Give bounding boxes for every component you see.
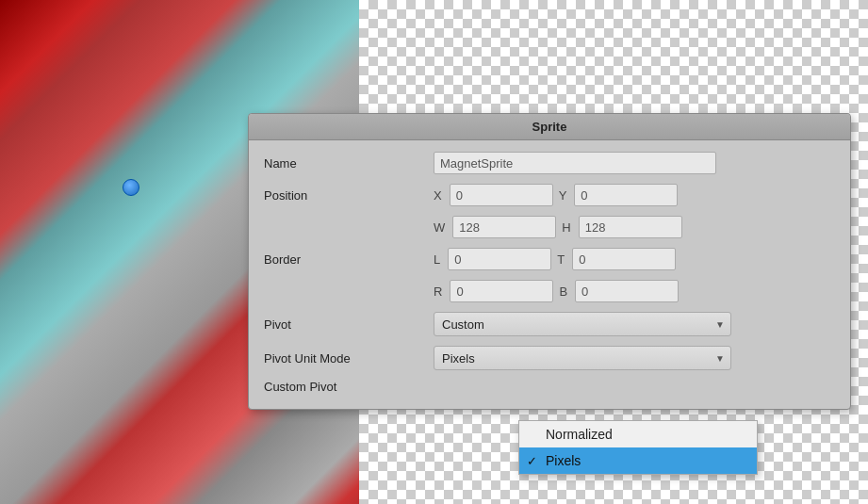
- blue-circle-indicator: [123, 179, 139, 196]
- border-rb-group: R B: [434, 280, 679, 302]
- t-label: T: [557, 252, 565, 267]
- border-row: Border L T: [264, 248, 835, 270]
- dropdown-item-normalized[interactable]: Normalized: [519, 421, 757, 447]
- pivot-unit-select[interactable]: Pixels Normalized: [434, 346, 731, 370]
- y-label: Y: [559, 188, 567, 203]
- position-row: Position X Y: [264, 184, 835, 206]
- pos-x-input[interactable]: [450, 184, 553, 206]
- pivot-row: Pivot Custom ▼: [264, 312, 835, 336]
- position-xy-group: X Y: [434, 184, 678, 206]
- border-r-input[interactable]: [450, 280, 553, 302]
- position-wh-group: W H: [434, 216, 682, 238]
- normalized-label: Normalized: [546, 427, 613, 442]
- pivot-unit-mode-row: Pivot Unit Mode Pixels Normalized ▼: [264, 346, 835, 370]
- l-label: L: [434, 252, 440, 267]
- dropdown-overlay: Normalized ✓ Pixels: [518, 420, 758, 475]
- pixels-label: Pixels: [546, 453, 581, 468]
- border-rb-row: R B: [434, 280, 835, 302]
- dropdown-item-pixels[interactable]: ✓ Pixels: [519, 447, 757, 474]
- pivot-label: Pivot: [264, 317, 434, 332]
- pos-y-input[interactable]: [574, 184, 678, 206]
- name-row: Name: [264, 152, 835, 174]
- panel-body: Name Position X Y W H Border: [249, 140, 850, 409]
- panel-title: Sprite: [249, 114, 850, 140]
- border-b-input[interactable]: [575, 280, 679, 302]
- x-label: X: [434, 188, 442, 203]
- r-label: R: [434, 285, 442, 299]
- custom-pivot-row: Custom Pivot: [264, 380, 835, 394]
- b-label: B: [559, 285, 567, 299]
- border-lt-group: L T: [434, 248, 676, 270]
- checkmark-icon: ✓: [527, 454, 537, 468]
- name-input[interactable]: [434, 152, 716, 174]
- h-label: H: [562, 220, 570, 235]
- sprite-panel: Sprite Name Position X Y W H: [248, 113, 851, 410]
- pivot-select-wrapper: Custom ▼: [434, 312, 731, 336]
- position-wh-row: W H: [434, 216, 835, 238]
- w-label: W: [434, 220, 445, 235]
- name-label: Name: [264, 156, 434, 171]
- custom-pivot-label: Custom Pivot: [264, 380, 434, 394]
- pivot-select[interactable]: Custom: [434, 312, 731, 336]
- pivot-unit-mode-label: Pivot Unit Mode: [264, 351, 434, 366]
- border-label: Border: [264, 252, 434, 267]
- pos-h-input[interactable]: [579, 216, 682, 238]
- pivot-unit-select-wrapper: Pixels Normalized ▼: [434, 346, 731, 370]
- position-label: Position: [264, 188, 434, 203]
- border-l-input[interactable]: [448, 248, 551, 270]
- pos-w-input[interactable]: [452, 216, 556, 238]
- border-t-input[interactable]: [572, 248, 676, 270]
